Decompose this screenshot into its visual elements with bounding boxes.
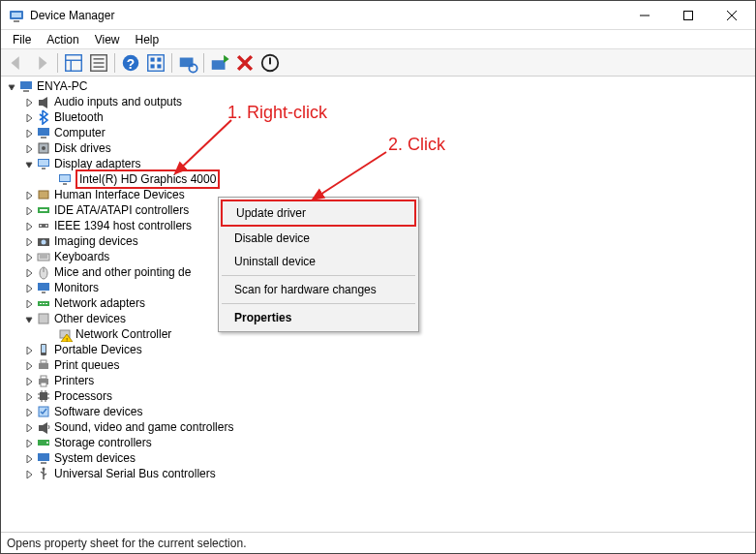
svg-rect-34 <box>42 168 45 169</box>
hid-icon <box>36 187 51 202</box>
svg-rect-18 <box>157 57 161 61</box>
tree-item[interactable]: Universal Serial Bus controllers <box>1 466 755 481</box>
tree-item-label: System devices <box>54 450 136 466</box>
expander-icon[interactable] <box>22 313 34 324</box>
expander-icon[interactable] <box>22 111 34 123</box>
computer-icon <box>36 125 51 140</box>
toolbar-separator <box>171 53 172 73</box>
svg-rect-19 <box>151 64 155 68</box>
tree-item-label: IEEE 1394 host controllers <box>54 218 192 233</box>
tree-item[interactable]: Computer <box>1 125 755 140</box>
help-button[interactable]: ? <box>119 51 142 75</box>
tree-item-label: Imaging devices <box>54 233 138 249</box>
tree-item-label: Monitors <box>54 280 99 295</box>
expander-icon[interactable] <box>22 390 34 402</box>
tree-item[interactable]: Intel(R) HD Graphics 4000 <box>1 171 755 187</box>
expander-icon[interactable] <box>22 406 34 417</box>
expander-icon[interactable] <box>22 189 34 200</box>
expander-icon[interactable] <box>22 282 34 293</box>
tree-item[interactable]: System devices <box>1 450 755 466</box>
disable-button[interactable] <box>258 51 282 75</box>
svg-rect-33 <box>39 160 48 166</box>
show-hide-tree-button[interactable] <box>62 51 85 75</box>
maximize-button[interactable] <box>666 1 710 29</box>
statusbar-text: Opens property sheet for the current sel… <box>7 537 246 550</box>
expander-icon[interactable] <box>5 80 16 92</box>
bluetooth-icon <box>36 109 51 125</box>
svg-point-45 <box>42 240 46 245</box>
scan-hardware-button[interactable] <box>176 51 199 75</box>
app-icon <box>9 8 24 23</box>
show-all-button[interactable] <box>144 51 167 75</box>
expander-icon[interactable] <box>22 204 34 216</box>
tree-item-label: Network Controller <box>76 326 171 342</box>
tree-item-label: Printers <box>54 373 94 388</box>
close-button[interactable] <box>710 1 753 29</box>
ctx-disable-device[interactable]: Disable device <box>221 227 416 250</box>
tree-item-label: Keyboards <box>54 249 109 264</box>
svg-rect-36 <box>60 175 70 181</box>
tree-root[interactable]: ENYA-PC <box>1 78 755 94</box>
tree-item-label: Print queues <box>54 357 119 373</box>
svg-rect-7 <box>66 54 82 71</box>
cpu-icon <box>36 388 51 404</box>
tree-item-label: Processors <box>54 388 112 404</box>
expander-icon[interactable] <box>22 421 34 433</box>
tree-item[interactable]: Software devices <box>1 404 755 419</box>
svg-rect-57 <box>39 314 48 323</box>
portable-icon <box>36 342 51 357</box>
menu-view[interactable]: View <box>87 31 128 48</box>
menu-action[interactable]: Action <box>39 31 86 48</box>
tree-item[interactable]: Printers <box>1 373 755 388</box>
svg-rect-1 <box>12 13 21 17</box>
tree-item-label: Portable Devices <box>54 342 142 357</box>
svg-rect-37 <box>63 183 67 185</box>
expander-icon[interactable] <box>22 297 34 309</box>
ctx-separator <box>222 275 415 276</box>
tree-item[interactable]: Storage controllers <box>1 435 755 450</box>
ctx-update-driver[interactable]: Update driver <box>221 200 416 227</box>
expander-icon[interactable] <box>22 251 34 262</box>
tree-item[interactable]: Disk drives <box>1 140 755 156</box>
expander-icon[interactable] <box>22 235 34 247</box>
expander-icon[interactable] <box>22 452 34 464</box>
tree-item[interactable]: Audio inputs and outputs <box>1 94 755 109</box>
svg-rect-52 <box>42 292 45 293</box>
expander-icon[interactable] <box>22 437 34 448</box>
expander-icon[interactable] <box>22 158 34 169</box>
expander-icon[interactable] <box>22 142 34 154</box>
svg-rect-27 <box>39 100 43 106</box>
expander-icon[interactable] <box>22 96 34 108</box>
expander-icon[interactable] <box>22 127 34 138</box>
svg-point-79 <box>46 442 48 444</box>
content-area: ENYA-PCAudio inputs and outputsBluetooth… <box>1 77 755 532</box>
menu-file[interactable]: File <box>5 31 39 48</box>
expander-icon[interactable] <box>22 220 34 231</box>
ctx-uninstall-device[interactable]: Uninstall device <box>221 250 416 273</box>
expander-icon[interactable] <box>22 468 34 479</box>
expander-icon[interactable] <box>22 359 34 371</box>
audio-icon <box>36 94 51 109</box>
expander-icon[interactable] <box>22 375 34 386</box>
ctx-scan-hardware[interactable]: Scan for hardware changes <box>221 278 416 301</box>
properties-button[interactable] <box>87 51 110 75</box>
tree-item[interactable]: Bluetooth <box>1 109 755 125</box>
svg-rect-20 <box>157 64 161 68</box>
expander-icon[interactable] <box>22 266 34 278</box>
tree-item[interactable]: Print queues <box>1 357 755 373</box>
svg-rect-2 <box>14 20 19 22</box>
forward-button[interactable] <box>30 51 53 75</box>
uninstall-button[interactable] <box>233 51 257 75</box>
tree-item-label: Storage controllers <box>54 435 152 450</box>
update-driver-button[interactable] <box>208 51 231 75</box>
menu-help[interactable]: Help <box>128 31 167 48</box>
tree-item-label: Disk drives <box>54 140 111 156</box>
expander-icon[interactable] <box>22 344 34 355</box>
tree-item[interactable]: Sound, video and game controllers <box>1 419 755 435</box>
tree-item-label: Computer <box>54 125 106 140</box>
minimize-button[interactable] <box>622 1 666 29</box>
back-button[interactable] <box>5 51 28 75</box>
ctx-properties[interactable]: Properties <box>221 306 416 329</box>
tree-item[interactable]: Processors <box>1 388 755 404</box>
tree-item[interactable]: Portable Devices <box>1 342 755 357</box>
